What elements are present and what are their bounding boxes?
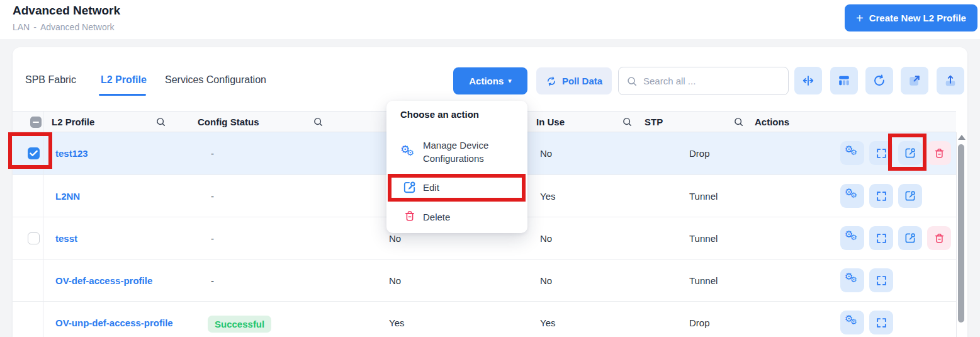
expand-button[interactable] — [869, 268, 893, 292]
open-external-button[interactable] — [901, 67, 928, 94]
row-checkbox-unchecked[interactable] — [28, 232, 40, 244]
open-external-icon — [908, 74, 921, 88]
search-column-icon[interactable] — [622, 117, 633, 130]
expand-button[interactable] — [869, 184, 893, 208]
plus-icon: + — [856, 12, 864, 25]
col-header-in-use[interactable]: In Use — [536, 111, 565, 133]
l2-profile-link[interactable]: L2NN — [55, 175, 80, 217]
edit-button[interactable] — [898, 141, 922, 165]
stp-cell: Tunnel — [689, 260, 718, 302]
row-checkbox-checked[interactable] — [28, 147, 40, 159]
create-button-label: Create New L2 Profile — [869, 13, 966, 23]
table-row[interactable]: OV-unp-def-access-profile Successful Yes… — [13, 301, 956, 337]
gears-icon: ⚙⚙ — [845, 189, 859, 203]
refresh-button[interactable] — [865, 67, 893, 94]
delete-button[interactable] — [927, 226, 951, 250]
manage-config-button[interactable]: ⚙⚙ — [840, 226, 864, 250]
delete-button[interactable] — [927, 141, 951, 165]
column-resize-button[interactable] — [794, 67, 822, 94]
edit-button[interactable] — [898, 184, 922, 208]
stp-cell: Drop — [689, 302, 710, 337]
edit-icon — [904, 232, 916, 244]
manage-config-button[interactable]: ⚙⚙ — [840, 268, 864, 292]
in-use-cell: No — [540, 132, 552, 174]
active-tab-underline — [99, 94, 146, 96]
menu-item-manage-device-configurations[interactable]: ⚙⚙ Manage Device Configurations — [386, 137, 527, 170]
config-status-cell: - — [211, 132, 214, 174]
expand-icon — [876, 147, 887, 159]
mid-column-cell: Yes — [389, 302, 404, 337]
l2-profile-link[interactable]: OV-unp-def-access-profile — [55, 302, 173, 337]
tab-l2-profile[interactable]: L2 Profile — [101, 74, 147, 86]
gears-icon: ⚙⚙ — [845, 316, 859, 329]
l2-profile-link[interactable]: test123 — [55, 132, 88, 174]
stp-cell: Tunnel — [689, 217, 718, 260]
col-header-actions: Actions — [755, 111, 789, 133]
edit-icon — [402, 180, 417, 195]
actions-dropdown-menu: Choose an action ⚙⚙ Manage Device Config… — [386, 101, 527, 233]
expand-button[interactable] — [869, 141, 893, 165]
in-use-cell: No — [540, 217, 552, 260]
breadcrumb-current: Advanced Network — [40, 22, 115, 32]
gears-icon: ⚙⚙ — [845, 146, 859, 160]
mid-column-cell: No — [389, 260, 401, 302]
l2-profile-link[interactable]: tesst — [55, 217, 77, 260]
select-all-checkbox-indeterminate[interactable] — [30, 117, 42, 128]
sync-icon — [546, 76, 557, 87]
page-title: Advanced Network — [13, 4, 120, 18]
col-header-l2-profile[interactable]: L2 Profile — [52, 111, 94, 133]
refresh-icon — [872, 74, 886, 88]
poll-data-button[interactable]: Poll Data — [536, 67, 612, 94]
expand-button[interactable] — [869, 226, 893, 250]
trash-icon — [933, 232, 945, 244]
gears-icon: ⚙⚙ — [400, 145, 417, 161]
breadcrumb-parent[interactable]: LAN — [13, 22, 30, 32]
menu-item-delete[interactable]: Delete — [386, 207, 527, 227]
expand-icon — [876, 275, 887, 287]
column-divider — [43, 111, 43, 132]
search-column-icon[interactable] — [155, 117, 166, 130]
search-icon — [626, 76, 638, 87]
gears-icon: ⚙⚙ — [845, 273, 859, 287]
breadcrumb: LAN-Advanced Network — [13, 22, 118, 32]
l2-profile-link[interactable]: OV-def-access-profile — [55, 260, 152, 302]
menu-title: Choose an action — [400, 109, 479, 120]
edit-icon — [904, 190, 916, 202]
scrollbar-up-arrow[interactable] — [958, 135, 966, 140]
table-row[interactable]: OV-def-access-profile - No No Tunnel ⚙⚙ — [13, 259, 956, 301]
table-columns-button[interactable] — [830, 67, 858, 94]
tab-services-configuration[interactable]: Services Configuration — [165, 74, 266, 86]
actions-dropdown-button[interactable]: Actions ▾ — [453, 67, 527, 94]
col-header-config-status[interactable]: Config Status — [198, 111, 259, 133]
edit-icon — [904, 147, 916, 159]
expand-icon — [876, 232, 887, 244]
manage-config-button[interactable]: ⚙⚙ — [840, 184, 864, 208]
trash-icon — [403, 210, 416, 222]
tab-spb-fabric[interactable]: SPB Fabric — [25, 74, 76, 86]
search-input[interactable] — [643, 76, 780, 86]
config-status-cell: - — [211, 260, 214, 302]
in-use-cell: Yes — [540, 302, 555, 337]
in-use-cell: No — [540, 260, 552, 302]
expand-button[interactable] — [869, 311, 893, 334]
menu-item-edit[interactable]: Edit — [386, 178, 527, 198]
table-columns-icon — [837, 74, 851, 88]
scrollbar-thumb[interactable] — [958, 144, 964, 323]
manage-config-button[interactable]: ⚙⚙ — [840, 141, 864, 165]
scrollbar-track-border — [956, 132, 957, 337]
search-column-icon[interactable] — [733, 117, 744, 130]
col-header-stp[interactable]: STP — [645, 111, 663, 133]
search-box — [618, 67, 789, 95]
export-button[interactable] — [937, 67, 964, 94]
create-new-l2-profile-button[interactable]: + Create New L2 Profile — [845, 4, 977, 31]
stp-cell: Drop — [689, 132, 710, 174]
manage-config-button[interactable]: ⚙⚙ — [840, 311, 864, 334]
in-use-cell: Yes — [540, 175, 555, 217]
edit-button[interactable] — [898, 226, 922, 250]
breadcrumb-separator: - — [33, 22, 37, 32]
menu-item-label: Edit — [423, 182, 439, 193]
menu-item-label: Delete — [423, 212, 450, 222]
config-status-cell: - — [211, 175, 214, 217]
expand-icon — [876, 317, 887, 329]
search-column-icon[interactable] — [313, 117, 324, 130]
